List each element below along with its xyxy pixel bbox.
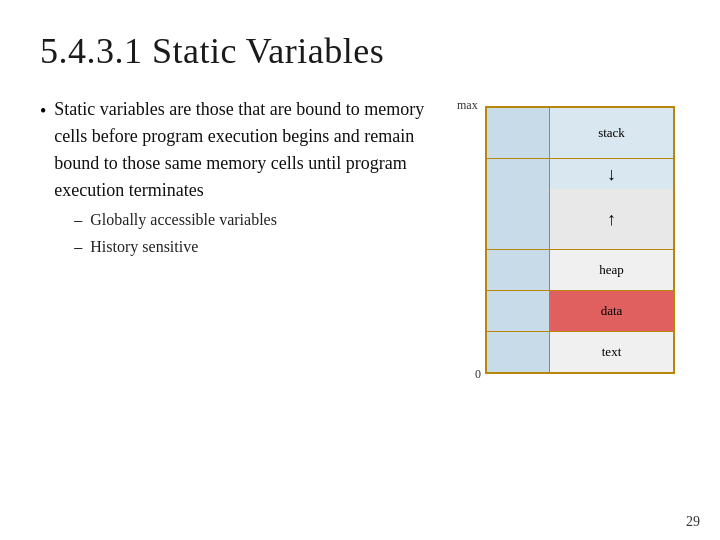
heap-label: heap	[599, 262, 624, 278]
sub-bullet-text-2: History sensitive	[90, 235, 198, 259]
max-label: max	[457, 98, 478, 113]
arrow-down-icon: ↓	[607, 164, 616, 185]
memory-diagram-wrapper: max stack ↓	[485, 106, 675, 374]
slide: 5.4.3.1 Static Variables • Static variab…	[0, 0, 720, 540]
sub-bullet-text-1: Globally accessible variables	[90, 208, 277, 232]
memory-diagram: stack ↓ ↑	[485, 106, 675, 374]
arrow-up-icon: ↑	[607, 209, 616, 230]
stack-label: stack	[598, 125, 625, 141]
main-bullet: • Static variables are those that are bo…	[40, 96, 460, 262]
dash-icon-1: –	[74, 208, 82, 232]
text-label: text	[602, 344, 622, 360]
sub-bullet-1: – Globally accessible variables	[74, 208, 460, 232]
slide-title: 5.4.3.1 Static Variables	[40, 30, 680, 72]
zero-label: 0	[475, 367, 481, 382]
text-section: • Static variables are those that are bo…	[40, 96, 460, 520]
bullet-dot: •	[40, 98, 46, 125]
sub-bullet-2: – History sensitive	[74, 235, 460, 259]
sub-bullets: – Globally accessible variables – Histor…	[74, 208, 460, 259]
dash-icon-2: –	[74, 235, 82, 259]
data-label: data	[601, 303, 623, 319]
page-number: 29	[686, 514, 700, 530]
diagram-section: max stack ↓	[480, 96, 680, 520]
main-bullet-text: Static variables are those that are boun…	[54, 99, 424, 200]
content-area: • Static variables are those that are bo…	[40, 96, 680, 520]
